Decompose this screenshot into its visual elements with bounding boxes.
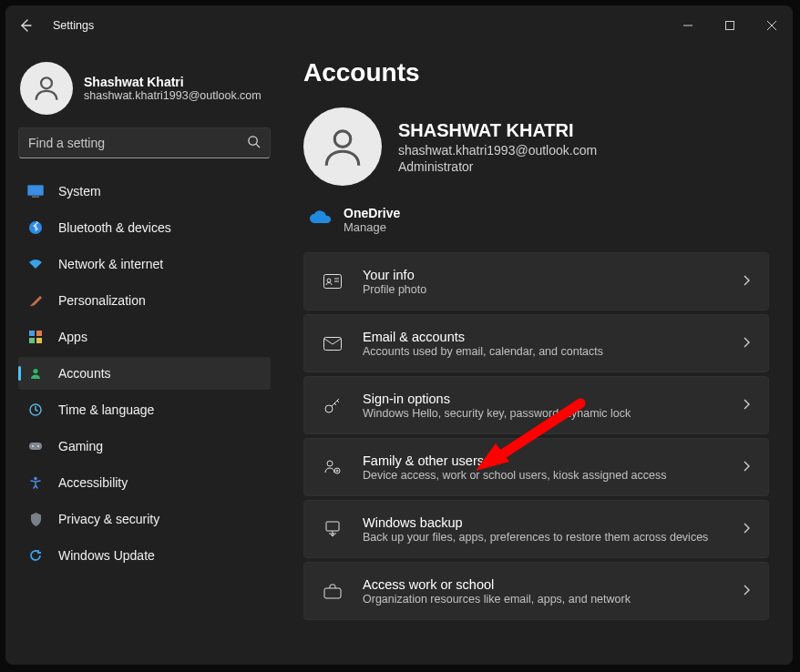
person-icon bbox=[27, 365, 44, 382]
card-access-work-school[interactable]: Access work or school Organization resou… bbox=[303, 562, 769, 620]
sidebar-item-label: Accounts bbox=[58, 366, 111, 381]
sidebar-item-label: Accessibility bbox=[58, 475, 128, 490]
card-email-accounts[interactable]: Email & accounts Accounts used by email,… bbox=[303, 314, 769, 372]
search-box[interactable] bbox=[18, 127, 271, 158]
svg-rect-9 bbox=[32, 197, 39, 198]
profile-email: shashwat.khatri1993@outlook.com bbox=[84, 89, 262, 102]
clock-icon bbox=[27, 402, 44, 418]
sidebar-item-accounts[interactable]: Accounts bbox=[18, 357, 271, 390]
svg-point-21 bbox=[334, 131, 351, 148]
sidebar-item-label: System bbox=[58, 184, 101, 199]
titlebar: Settings bbox=[5, 5, 793, 46]
sidebar-item-network[interactable]: Network & internet bbox=[18, 248, 271, 280]
card-signin-options[interactable]: Sign-in options Windows Hello, security … bbox=[303, 376, 769, 434]
svg-point-5 bbox=[41, 77, 52, 88]
onedrive-icon bbox=[309, 210, 329, 230]
account-role: Administrator bbox=[398, 159, 597, 174]
card-subtitle: Windows Hello, security key, password, d… bbox=[363, 407, 631, 420]
chevron-right-icon bbox=[743, 273, 750, 290]
svg-line-7 bbox=[256, 144, 260, 148]
search-input[interactable] bbox=[28, 136, 247, 150]
chevron-right-icon bbox=[743, 521, 750, 537]
sidebar-item-label: Privacy & security bbox=[58, 512, 159, 526]
card-subtitle: Device access, work or school users, kio… bbox=[363, 469, 666, 482]
svg-rect-32 bbox=[326, 522, 339, 531]
sidebar-item-label: Gaming bbox=[58, 439, 103, 453]
minimize-button[interactable] bbox=[667, 11, 709, 40]
sidebar-item-update[interactable]: Windows Update bbox=[18, 539, 271, 572]
shield-icon bbox=[27, 511, 44, 527]
card-title: Family & other users bbox=[363, 453, 666, 468]
sidebar-item-label: Time & language bbox=[58, 402, 154, 417]
card-windows-backup[interactable]: Windows backup Back up your files, apps,… bbox=[303, 500, 769, 558]
sidebar-item-time[interactable]: Time & language bbox=[18, 393, 271, 426]
sidebar-item-bluetooth[interactable]: Bluetooth & devices bbox=[18, 211, 271, 244]
window-controls bbox=[667, 11, 793, 40]
svg-rect-13 bbox=[29, 338, 35, 343]
svg-rect-17 bbox=[29, 443, 42, 450]
nav: System Bluetooth & devices Network & int… bbox=[18, 175, 271, 572]
card-subtitle: Accounts used by email, calendar, and co… bbox=[363, 345, 603, 358]
close-button[interactable] bbox=[751, 11, 793, 40]
card-title: Email & accounts bbox=[363, 330, 603, 344]
account-email: shashwat.khatri1993@outlook.com bbox=[398, 143, 597, 158]
svg-rect-11 bbox=[29, 331, 35, 336]
display-icon bbox=[27, 183, 44, 199]
family-icon bbox=[323, 457, 343, 477]
sidebar-item-label: Personalization bbox=[58, 293, 146, 308]
sidebar: Shashwat Khatri shashwat.khatri1993@outl… bbox=[5, 46, 283, 665]
chevron-right-icon bbox=[743, 583, 750, 599]
sidebar-item-label: Network & internet bbox=[58, 257, 163, 271]
svg-point-19 bbox=[37, 445, 39, 447]
paintbrush-icon bbox=[27, 292, 44, 309]
onedrive-row[interactable]: OneDrive Manage bbox=[303, 200, 769, 247]
svg-point-28 bbox=[327, 461, 333, 466]
card-title: Sign-in options bbox=[363, 392, 631, 406]
sidebar-item-gaming[interactable]: Gaming bbox=[18, 430, 271, 463]
svg-rect-12 bbox=[36, 331, 42, 336]
backup-icon bbox=[323, 519, 343, 539]
apps-icon bbox=[27, 329, 44, 345]
svg-point-23 bbox=[327, 279, 331, 282]
window-title: Settings bbox=[53, 19, 94, 32]
key-icon bbox=[323, 395, 343, 415]
id-card-icon bbox=[323, 271, 343, 291]
chevron-right-icon bbox=[743, 335, 750, 351]
back-button[interactable] bbox=[18, 18, 33, 33]
gaming-icon bbox=[27, 438, 44, 454]
search-icon bbox=[247, 135, 261, 152]
accessibility-icon bbox=[27, 474, 44, 491]
account-header: SHASHWAT KHATRI shashwat.khatri1993@outl… bbox=[303, 107, 769, 186]
maximize-button[interactable] bbox=[709, 11, 751, 40]
sidebar-item-apps[interactable]: Apps bbox=[18, 321, 271, 353]
card-your-info[interactable]: Your info Profile photo bbox=[303, 252, 769, 311]
svg-point-15 bbox=[33, 369, 37, 373]
card-family-other-users[interactable]: Family & other users Device access, work… bbox=[303, 438, 769, 496]
svg-rect-33 bbox=[324, 588, 341, 598]
mail-icon bbox=[323, 333, 343, 353]
bluetooth-icon bbox=[27, 219, 44, 236]
briefcase-icon bbox=[323, 581, 343, 601]
svg-rect-8 bbox=[28, 186, 44, 196]
sidebar-item-privacy[interactable]: Privacy & security bbox=[18, 503, 271, 535]
svg-rect-2 bbox=[726, 22, 734, 30]
svg-rect-14 bbox=[36, 338, 42, 343]
update-icon bbox=[27, 547, 44, 564]
sidebar-profile[interactable]: Shashwat Khatri shashwat.khatri1993@outl… bbox=[20, 62, 271, 115]
card-subtitle: Profile photo bbox=[363, 283, 426, 296]
sidebar-item-system[interactable]: System bbox=[18, 175, 271, 208]
account-name: SHASHWAT KHATRI bbox=[398, 120, 597, 141]
avatar-icon bbox=[303, 107, 382, 186]
chevron-right-icon bbox=[743, 459, 750, 475]
sidebar-item-label: Apps bbox=[58, 330, 87, 344]
sidebar-item-label: Windows Update bbox=[58, 548, 155, 563]
avatar-icon bbox=[20, 62, 73, 115]
sidebar-item-accessibility[interactable]: Accessibility bbox=[18, 466, 271, 499]
sidebar-item-personalization[interactable]: Personalization bbox=[18, 284, 271, 317]
svg-point-27 bbox=[325, 405, 333, 412]
card-title: Your info bbox=[363, 268, 426, 282]
card-subtitle: Organization resources like email, apps,… bbox=[363, 593, 631, 606]
settings-cards: Your info Profile photo Email & accounts… bbox=[303, 252, 769, 620]
wifi-icon bbox=[27, 256, 44, 272]
chevron-right-icon bbox=[743, 397, 750, 413]
